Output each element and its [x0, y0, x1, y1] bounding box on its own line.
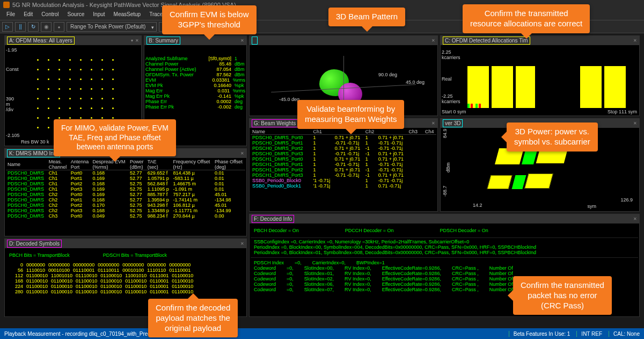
- close-icon[interactable]: ✕: [135, 38, 139, 43]
- play-button[interactable]: ▷: [2, 22, 13, 32]
- close-icon[interactable]: ✕: [240, 38, 244, 43]
- callout-beamweights: Validate beamforming by measuring Beam W…: [297, 100, 404, 129]
- close-icon[interactable]: ✕: [431, 121, 435, 126]
- panel-c-xl: Start 0 sym: [442, 109, 466, 114]
- alloc-marker: [475, 104, 478, 108]
- p3d-unit: dBm: [445, 162, 451, 172]
- menu-meassetup[interactable]: MeasSetup: [109, 10, 145, 20]
- panel-d-title: D: Decoded Symbols: [7, 240, 62, 248]
- dmrs-table: NameMeas. ChannelAntenna PortDespread EV…: [6, 159, 245, 219]
- panel-power3d-title: ver 3D: [443, 119, 463, 127]
- alloc-bar: [580, 66, 602, 108]
- table-row: PDSCH0_DMRSCh1Port30.16952.751.11095 p-1…: [6, 186, 245, 192]
- table-row: PDSCH0_DMRS_Port11-0.71 -0.71j1-0.71 -0.…: [251, 140, 436, 146]
- table-row: PDSCH0_DMRSCh2Port30.16852.751.33488 p-1…: [6, 208, 245, 213]
- power-block: [524, 174, 553, 189]
- alloc-marker: [479, 104, 481, 108]
- callout-evm: Confirm EVM is below 3GPP's threshold: [162, 5, 257, 34]
- status-intref: INT REF: [576, 331, 602, 337]
- panel-b-title: B: Summary: [147, 37, 180, 45]
- panel-a-xlab: Res BW 30 k: [21, 139, 49, 145]
- marker-button[interactable]: ⬥: [54, 22, 64, 32]
- panel-c-yl2: Real: [442, 76, 452, 82]
- p3d-ybot: -88.7: [442, 185, 448, 197]
- table-row: SSB0_Period0_Block1'1 -0.71j10.71 -0.71j: [251, 183, 436, 189]
- panel-c-ofdm-alloc: C: OFDM Detected Allocations Tim ✕ 2.25 …: [440, 35, 640, 116]
- beam3d-deg-left: -45.0 deg: [279, 97, 299, 102]
- power-block: [487, 175, 513, 189]
- panel-beam3d-title: [252, 37, 258, 45]
- menu-file[interactable]: File: [2, 10, 19, 20]
- menu-edit[interactable]: Edit: [19, 10, 37, 20]
- table-row: PDSCH1_DMRS_Port11-0.71 -0.71j1-0.71 -0.…: [251, 162, 436, 167]
- panel-c-title: C: OFDM Detected Allocations Tim: [443, 37, 530, 45]
- table-row: PDSCH0_DMRSCh2Port00.16952.77885.787 f75…: [6, 192, 245, 197]
- callout-beam3d: 3D Beam Pattern: [328, 8, 405, 26]
- callout-power3d: 3D Power: power vs. symbol vs. subcarrie…: [507, 122, 598, 152]
- settings-icon[interactable]: ▾: [131, 38, 133, 43]
- close-icon[interactable]: ✕: [633, 121, 637, 126]
- table-row: PDSCH0_DMRS_Port31-0.71 -0.71j-10.71 + j…: [251, 151, 436, 156]
- panel-a-const: Const: [6, 67, 19, 72]
- menu-input[interactable]: Input: [89, 10, 109, 20]
- alloc-marker: [467, 104, 470, 108]
- panel-g-title: G: Beam Weights: [252, 119, 298, 127]
- table-row: PDSCH0_DMRSCh3Port00.04952.75988.234 f27…: [6, 213, 245, 219]
- panel-k-dmrs-mimo: K: DMRS MIMO Info ✕ NameMeas. ChannelAnt…: [4, 148, 247, 236]
- panel-a-ytop: -1.95: [6, 47, 17, 53]
- refresh-button[interactable]: ↻: [28, 22, 39, 32]
- panel-c-yl3: -2.25 kcarriers: [442, 93, 460, 104]
- table-row: PDSCH0_DMRSCh2Port10.16852.771.39594 p-1…: [6, 197, 245, 203]
- status-cal: CAL: None: [609, 331, 640, 337]
- alloc-bar: [516, 66, 535, 108]
- panel-a-ybot: -2.105: [6, 133, 20, 138]
- table-row: PDSCH1_DMRS_Port31-0.71 -0.71j-10.71 + j…: [251, 172, 436, 178]
- table-row: PDSCH0_DMRS_Port010.71 + j0.7110.71 + j0…: [251, 135, 436, 141]
- table-row: PDSCH0_DMRS_Port210.71 + j0.71-1-0.71 -0…: [251, 146, 436, 151]
- p3d-ytop: 84.9: [442, 128, 448, 138]
- table-row: PDSCH0_DMRSCh2Port20.17052.75943.298 f10…: [6, 203, 245, 208]
- table-row: PDSCH0_DMRSCh1Port20.16852.75562.848 f1.…: [6, 181, 245, 186]
- callout-crc: Confirm the transmitted packet has no er…: [513, 276, 612, 315]
- menu-control[interactable]: Control: [37, 10, 63, 20]
- power-block: [512, 175, 526, 189]
- panel-c-xr: Stop 111 sym: [608, 109, 637, 114]
- panel-g-beam-weights: G: Beam Weights ✕ NameCh1Ch2Ch3Ch4PDSCH0…: [249, 118, 438, 212]
- record-button[interactable]: ◉: [41, 22, 52, 32]
- alloc-marker: [471, 104, 473, 108]
- panel-f-title: F: Decoded Info: [252, 215, 294, 223]
- status-bar: Playback Measurement - recording dliq_c0…: [0, 328, 644, 339]
- close-icon[interactable]: ✕: [633, 38, 637, 43]
- alloc-bar: [492, 66, 513, 108]
- range-dropdown[interactable]: Range To Peak Power (Default): [67, 22, 157, 32]
- table-row: SSB0_Period0_Block0'1 -0.71j1-0.71 -0.71…: [251, 178, 436, 183]
- p3d-xlab: sym: [588, 204, 597, 209]
- close-icon[interactable]: ✕: [633, 217, 637, 221]
- status-beta: Beta Features In Use: 1: [509, 331, 570, 337]
- alloc-bar: [604, 66, 626, 108]
- table-row: PDSCH1_DMRS_Port210.71 + j0.71-1-0.71 -0…: [251, 167, 436, 172]
- app-icon: [3, 2, 10, 8]
- panel-a-title: A: OFDM Meas: All Layers: [7, 37, 75, 45]
- callout-payload: Confirm the decoded payload matches the …: [148, 299, 238, 337]
- p3d-axis2: 14.2: [473, 203, 482, 208]
- table-row: PDSCH0_DMRSCh1Port10.16952.771.05791 p-5…: [6, 176, 245, 181]
- menu-source[interactable]: Source: [63, 10, 89, 20]
- pause-button[interactable]: ||: [15, 22, 26, 32]
- close-icon[interactable]: ✕: [431, 38, 435, 43]
- close-icon[interactable]: ✕: [240, 151, 244, 156]
- p3d-zlab: 126.9: [620, 197, 633, 203]
- callout-mimo: For MIMO, validate Power, EVM TAE, Freq …: [54, 119, 176, 156]
- alloc-bar: [467, 66, 489, 108]
- close-icon[interactable]: ✕: [240, 241, 244, 246]
- table-row: PDSCH0_DMRSCh1Port00.16852.77629.652 f81…: [6, 170, 245, 176]
- panel-a-scale: 390 m /div: [6, 96, 14, 112]
- beam3d-deg-right: 45.0 deg: [406, 80, 425, 85]
- callout-resource: Confirm the transmitted resource allocat…: [463, 4, 590, 33]
- table-row: PDSCH1_DMRS_Port010.71 + j0.7110.71 + j0…: [251, 156, 436, 162]
- panel-k-title: K: DMRS MIMO Info: [7, 149, 60, 157]
- beam3d-deg-top: 90.0 deg: [378, 72, 397, 77]
- panel-c-yl1: 2.25 kcarriers: [442, 49, 460, 60]
